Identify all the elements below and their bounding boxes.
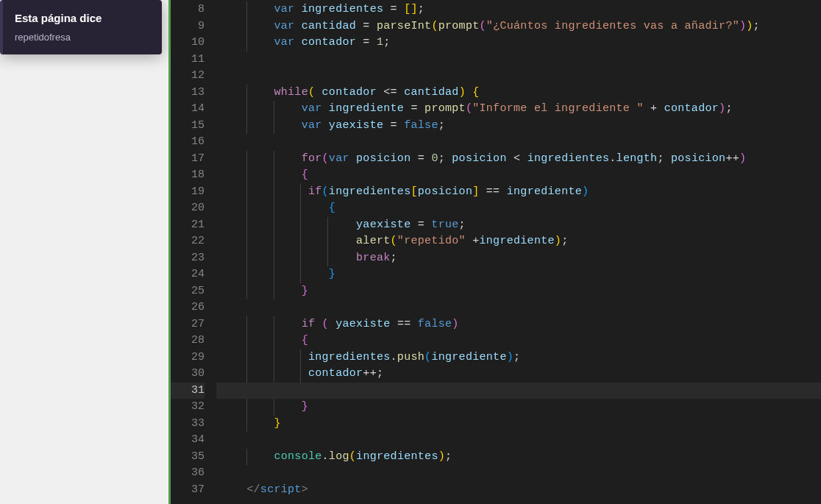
code-editor[interactable]: 8910111213141516171819202122232425262728…: [168, 0, 821, 504]
line-number[interactable]: 35: [171, 449, 205, 466]
token-op: ;: [561, 235, 568, 247]
line-number[interactable]: 21: [171, 217, 205, 234]
token-paren-b: }: [329, 268, 335, 280]
line-number[interactable]: 24: [171, 266, 205, 283]
token-paren-y: [: [410, 185, 417, 198]
line-number[interactable]: 34: [171, 432, 205, 449]
code-line[interactable]: [216, 432, 821, 449]
code-line[interactable]: }: [216, 283, 821, 300]
line-number[interactable]: 11: [171, 52, 205, 68]
code-line[interactable]: }: [216, 399, 821, 416]
code-line[interactable]: var ingredientes = [];: [216, 1, 821, 18]
line-number[interactable]: 36: [171, 465, 205, 482]
line-number[interactable]: 26: [171, 299, 205, 316]
code-line[interactable]: var cantidad = parseInt(prompt("¿Cuántos…: [216, 18, 821, 35]
token-paren-b: ): [582, 185, 589, 198]
line-number[interactable]: 25: [171, 283, 205, 300]
token-op: ;: [383, 36, 390, 49]
token-op: [322, 119, 329, 132]
code-line[interactable]: alert("repetido" +ingrediente);: [216, 233, 821, 250]
token-ident: ingrediente: [507, 185, 582, 198]
token-paren-p: }: [302, 400, 308, 413]
line-number[interactable]: 20: [171, 200, 205, 217]
line-number[interactable]: 37: [171, 482, 205, 499]
token-op: ;: [725, 102, 732, 115]
token-paren-y: ): [438, 450, 445, 463]
token-paren-y: ): [555, 235, 561, 247]
line-number[interactable]: 29: [171, 349, 205, 366]
js-alert-dialog[interactable]: Esta página dice repetidofresa: [0, 0, 162, 54]
token-op: .: [609, 152, 616, 165]
code-line[interactable]: {: [216, 333, 821, 349]
code-line[interactable]: break;: [216, 250, 821, 267]
line-number[interactable]: 22: [171, 233, 205, 250]
token-paren-p: ): [719, 102, 725, 115]
line-number[interactable]: 16: [171, 134, 205, 151]
token-op: ==: [391, 318, 418, 330]
line-number[interactable]: 19: [171, 184, 205, 201]
line-number[interactable]: 14: [171, 101, 205, 118]
line-number[interactable]: 32: [171, 399, 205, 416]
token-paren-y: (: [308, 86, 315, 99]
token-op: [294, 3, 301, 15]
token-func: push: [397, 351, 424, 363]
code-line[interactable]: [216, 52, 821, 68]
token-ident: ingredientes: [302, 3, 384, 15]
line-number[interactable]: 8: [171, 1, 205, 18]
code-line[interactable]: console.log(ingredientes);: [216, 449, 821, 466]
token-tag: script: [260, 483, 302, 496]
token-paren-p: ): [739, 152, 746, 165]
code-line[interactable]: for(var posicion = 0; posicion < ingredi…: [216, 151, 821, 168]
code-line[interactable]: var ingrediente = prompt("Informe el ing…: [216, 101, 821, 118]
line-number[interactable]: 23: [171, 250, 205, 267]
line-number[interactable]: 13: [171, 85, 205, 102]
line-number[interactable]: 15: [171, 118, 205, 135]
code-content[interactable]: var ingredientes = []; var cantidad = pa…: [216, 0, 821, 504]
code-line[interactable]: if(ingredientes[posicion] == ingrediente…: [216, 184, 821, 201]
token-op: .: [322, 450, 329, 463]
code-line[interactable]: {: [216, 167, 821, 184]
code-line[interactable]: var yaexiste = false;: [216, 118, 821, 135]
code-line[interactable]: [216, 383, 821, 400]
token-op: =: [410, 219, 431, 231]
token-paren-p: ): [452, 318, 458, 330]
code-line[interactable]: contador++;: [216, 366, 821, 383]
code-line[interactable]: var contador = 1;: [216, 35, 821, 52]
token-paren-y: ): [746, 20, 753, 32]
code-line[interactable]: while( contador <= cantidad) {: [216, 85, 821, 102]
token-op: [294, 20, 301, 32]
code-line[interactable]: }: [216, 266, 821, 283]
token-ident: posicion: [418, 185, 472, 198]
code-line[interactable]: [216, 465, 821, 482]
token-op: ;: [513, 351, 520, 363]
line-number[interactable]: 28: [171, 333, 205, 349]
code-line[interactable]: ingredientes.push(ingrediente);: [216, 349, 821, 366]
line-number[interactable]: 10: [171, 35, 205, 52]
line-number[interactable]: 30: [171, 366, 205, 383]
code-line[interactable]: {: [216, 200, 821, 217]
token-func: alert: [356, 235, 391, 247]
token-paren-y: (: [431, 20, 438, 32]
code-line[interactable]: [216, 68, 821, 85]
token-str: "repetido": [397, 235, 466, 247]
code-line[interactable]: [216, 134, 821, 151]
token-ident: ingredientes: [356, 450, 438, 463]
token-op: ;: [657, 152, 671, 165]
token-kw2: for: [302, 152, 322, 165]
line-number[interactable]: 18: [171, 167, 205, 184]
token-op: [294, 36, 301, 49]
line-number[interactable]: 12: [171, 68, 205, 85]
token-op: ;: [418, 3, 424, 15]
code-line[interactable]: [216, 299, 821, 316]
line-number[interactable]: 33: [171, 416, 205, 433]
line-number[interactable]: 31: [171, 383, 205, 400]
code-line[interactable]: }: [216, 416, 821, 433]
code-line[interactable]: if ( yaexiste == false): [216, 316, 821, 333]
line-number[interactable]: 17: [171, 151, 205, 168]
token-num: 0: [431, 152, 438, 165]
code-line[interactable]: </script>: [216, 482, 821, 499]
line-number[interactable]: 27: [171, 316, 205, 333]
line-number-gutter[interactable]: 8910111213141516171819202122232425262728…: [171, 0, 216, 504]
line-number[interactable]: 9: [171, 18, 205, 35]
code-line[interactable]: yaexiste = true;: [216, 217, 821, 234]
